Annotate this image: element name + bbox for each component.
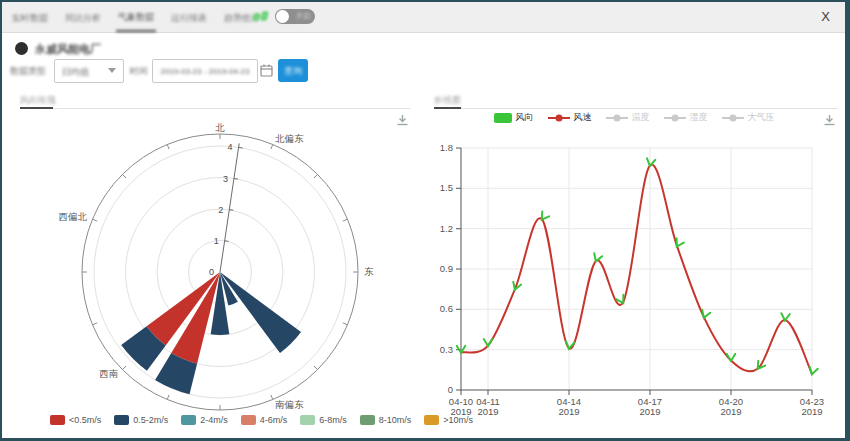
- top-navbar: 实时数据 同比分析 气象数据 运行报表 趋势统计 数据分析 开启 X: [2, 2, 845, 33]
- left-divider-active: [20, 107, 53, 109]
- svg-text:1.2: 1.2: [440, 223, 453, 234]
- legend-swatch: [300, 415, 315, 425]
- svg-text:0.3: 0.3: [440, 344, 453, 355]
- date-range-value: 2019-03-23 - 2019-04-23: [153, 67, 257, 76]
- svg-text:3: 3: [223, 174, 228, 184]
- legend-item-温度[interactable]: 温度: [606, 111, 650, 124]
- nav-tab-4[interactable]: 运行报表: [169, 3, 209, 31]
- time-label: 时间: [130, 65, 148, 78]
- nav-tab-2[interactable]: 同比分析: [63, 3, 103, 31]
- legend-bin-label: 6-8m/s: [319, 415, 347, 425]
- svg-text:2019: 2019: [477, 406, 498, 417]
- chevron-down-icon: [108, 68, 116, 73]
- legend-bin-4-6m/s[interactable]: 4-6m/s: [241, 415, 288, 425]
- nav-tab-3-active[interactable]: 气象数据: [116, 2, 156, 32]
- legend-bin-label: 8-10m/s: [379, 415, 412, 425]
- station-title: 永威风能电厂: [35, 42, 101, 57]
- svg-text:2: 2: [218, 205, 223, 215]
- wind-speed-line-chart: 00.30.60.91.21.51.804-10201904-11201904-…: [434, 138, 846, 420]
- svg-text:1.8: 1.8: [440, 142, 453, 153]
- svg-text:0.6: 0.6: [440, 303, 453, 314]
- svg-text:2019: 2019: [801, 406, 822, 417]
- wind-rose-chart: 01234北北偏东东南偏东西南西偏北: [15, 112, 419, 414]
- svg-text:4: 4: [228, 142, 233, 152]
- legend-item-湿度[interactable]: 湿度: [664, 111, 708, 124]
- toggle-knob: [276, 10, 289, 23]
- legend-swatch: [114, 415, 129, 425]
- legend-item-大气压[interactable]: 大气压: [722, 111, 775, 124]
- legend-line-icon: [664, 113, 686, 123]
- search-button[interactable]: 查询: [278, 59, 308, 82]
- legend-bin-label: 0.5-2m/s: [133, 415, 168, 425]
- calendar-icon[interactable]: [260, 63, 273, 81]
- toggle-label: 开启: [296, 11, 310, 21]
- legend-swatch: [360, 415, 375, 425]
- legend-label: 湿度: [690, 111, 708, 124]
- legend-label: 风向: [516, 111, 534, 124]
- svg-text:北偏东: 北偏东: [275, 133, 304, 144]
- line-chart-title: 折线图: [434, 94, 461, 107]
- legend-bin-label: 4-6m/s: [260, 415, 288, 425]
- toggle-group: 开启: [253, 9, 315, 24]
- legend-line-icon: [548, 113, 570, 123]
- legend-bin-label: 2-4m/s: [200, 415, 228, 425]
- svg-text:2019: 2019: [450, 406, 471, 417]
- svg-text:1.5: 1.5: [440, 182, 453, 193]
- weather-data-dialog: 实时数据 同比分析 气象数据 运行报表 趋势统计 数据分析 开启 X 永威风能电…: [2, 2, 845, 438]
- legend-label: 温度: [632, 111, 650, 124]
- data-type-value: 日均值: [62, 66, 89, 79]
- svg-text:1: 1: [214, 236, 219, 246]
- legend-swatch: [181, 415, 196, 425]
- date-range-input[interactable]: 2019-03-23 - 2019-04-23: [152, 59, 258, 83]
- data-type-select[interactable]: 日均值: [54, 59, 124, 83]
- right-divider-active: [434, 107, 461, 109]
- legend-line-icon: [722, 113, 744, 123]
- signal-icon: [253, 11, 269, 23]
- wind-rose-title: 风向玫瑰: [20, 94, 56, 107]
- svg-text:西南: 西南: [99, 368, 118, 379]
- svg-text:东: 东: [364, 266, 374, 277]
- svg-text:西偏北: 西偏北: [59, 211, 88, 222]
- svg-text:2019: 2019: [720, 406, 741, 417]
- download-icon[interactable]: [822, 113, 837, 132]
- legend-bin-<0.5m/s[interactable]: <0.5m/s: [50, 415, 101, 425]
- line-chart-legend: 风向风速温度湿度大气压: [432, 111, 836, 124]
- svg-text:0: 0: [209, 267, 214, 277]
- search-button-label: 查询: [278, 65, 308, 78]
- svg-text:2019: 2019: [639, 406, 660, 417]
- legend-item-风速[interactable]: 风速: [548, 111, 592, 124]
- legend-swatch: [50, 415, 65, 425]
- legend-label: 大气压: [748, 111, 775, 124]
- close-button[interactable]: X: [821, 8, 830, 25]
- svg-text:0: 0: [448, 384, 453, 395]
- svg-text:2019: 2019: [558, 406, 579, 417]
- svg-text:北: 北: [215, 122, 225, 133]
- legend-swatch: [241, 415, 256, 425]
- data-type-label: 数据类型: [10, 65, 46, 78]
- legend-item-风向[interactable]: 风向: [494, 111, 534, 124]
- svg-text:0.9: 0.9: [440, 263, 453, 274]
- nav-tab-1[interactable]: 实时数据: [10, 3, 50, 31]
- svg-text:南偏东: 南偏东: [275, 399, 304, 410]
- legend-rect-icon: [494, 113, 512, 123]
- legend-bin-8-10m/s[interactable]: 8-10m/s: [360, 415, 412, 425]
- display-toggle[interactable]: 开启: [275, 9, 315, 24]
- legend-bin-label: <0.5m/s: [69, 415, 101, 425]
- legend-bin-2-4m/s[interactable]: 2-4m/s: [181, 415, 228, 425]
- right-divider: [434, 108, 838, 109]
- station-icon: [15, 42, 28, 55]
- legend-line-icon: [606, 113, 628, 123]
- legend-bin-0.5-2m/s[interactable]: 0.5-2m/s: [114, 415, 168, 425]
- left-divider: [20, 108, 410, 109]
- wind-speed-bins-legend: <0.5m/s0.5-2m/s2-4m/s4-6m/s6-8m/s8-10m/s…: [50, 415, 486, 425]
- legend-bin-6-8m/s[interactable]: 6-8m/s: [300, 415, 347, 425]
- legend-label: 风速: [574, 111, 592, 124]
